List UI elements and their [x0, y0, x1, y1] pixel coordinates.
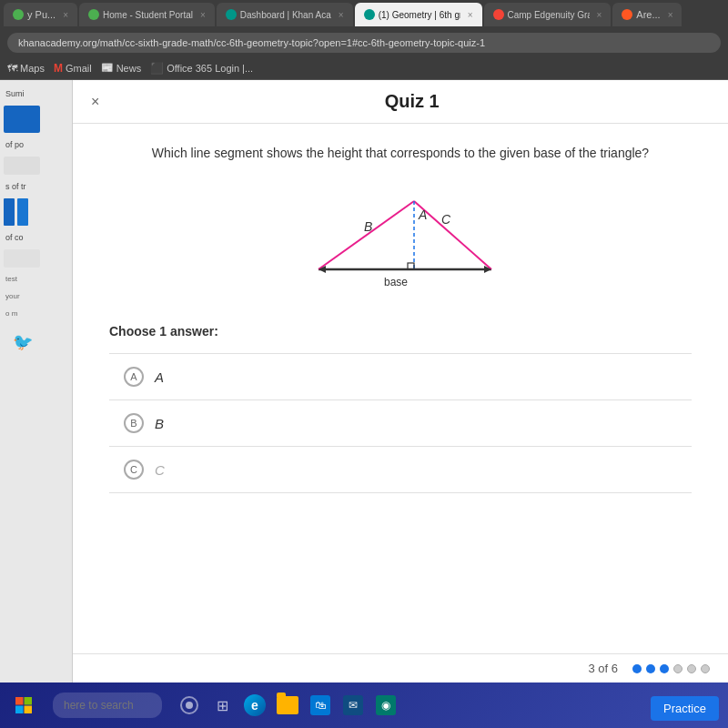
- svg-text:A: A: [418, 207, 427, 222]
- bookmark-office365[interactable]: ⬛ Office 365 Login |...: [150, 62, 253, 75]
- diagram-container: B A C base: [109, 178, 692, 297]
- progress-dot-3: [660, 664, 669, 673]
- tab-4[interactable]: (1) Geometry | 6th grad... ×: [355, 3, 482, 26]
- question-text: Which line segment shows the height that…: [109, 146, 692, 160]
- progress-dots: [632, 664, 710, 673]
- sidebar-blue-block-1: [4, 106, 40, 133]
- sidebar-block-2: [4, 249, 40, 268]
- choose-label: Choose 1 answer:: [109, 324, 692, 339]
- bookmark-maps[interactable]: 🗺 Maps: [7, 63, 45, 74]
- tab-icon-1: [13, 9, 24, 20]
- tab-1[interactable]: y Pu... ×: [4, 3, 77, 26]
- taskbar-app-icon[interactable]: ◉: [371, 691, 400, 720]
- tab-close-2[interactable]: ×: [200, 10, 206, 20]
- quiz-panel: × Quiz 1 Which line segment shows the he…: [73, 80, 728, 682]
- tab-2[interactable]: Home - Student Portal ×: [79, 3, 215, 26]
- tab-3[interactable]: Dashboard | Khan Acad... ×: [217, 3, 353, 26]
- quiz-header: × Quiz 1: [73, 80, 728, 124]
- practice-button[interactable]: Practice: [651, 696, 719, 721]
- choice-circle-c: C: [124, 460, 144, 480]
- taskbar-search-input[interactable]: [53, 693, 162, 718]
- url-input[interactable]: [7, 33, 721, 53]
- progress-dot-4: [673, 664, 682, 673]
- sidebar-text-6: your: [4, 290, 68, 302]
- tab-close-3[interactable]: ×: [339, 10, 344, 20]
- tab-close-6[interactable]: ×: [668, 10, 673, 20]
- news-icon: 📰: [101, 62, 114, 74]
- sidebar-text-2: of po: [4, 138, 68, 151]
- quiz-title: Quiz 1: [114, 91, 710, 112]
- svg-text:B: B: [364, 219, 372, 234]
- sidebar-color-blocks: [4, 198, 68, 226]
- svg-rect-12: [25, 697, 33, 705]
- quiz-footer: 3 of 6: [73, 653, 728, 682]
- office-icon: ⬛: [150, 62, 164, 75]
- tab-icon-5: [493, 9, 504, 20]
- tab-icon-3: [226, 9, 237, 20]
- svg-line-1: [318, 201, 414, 269]
- taskbar-cortana-icon[interactable]: [175, 691, 204, 720]
- answer-choice-a[interactable]: A A: [109, 353, 692, 399]
- progress-dot-6: [701, 664, 710, 673]
- tab-close-4[interactable]: ×: [468, 10, 473, 20]
- choice-circle-b: B: [124, 413, 144, 433]
- windows-logo-icon: [15, 696, 33, 714]
- tab-icon-2: [88, 9, 99, 20]
- taskbar-task-view-icon[interactable]: ⊞: [207, 691, 237, 720]
- bookmarks-bar: 🗺 Maps M Gmail 📰 News ⬛ Office 365 Login…: [0, 56, 728, 80]
- tab-close-1[interactable]: ×: [63, 10, 68, 20]
- taskbar: ⊞ e 🛍 ✉ ◉: [0, 682, 728, 728]
- tab-5[interactable]: Camp Edgenuity Grade... ×: [484, 3, 612, 26]
- svg-text:C: C: [441, 212, 451, 227]
- left-sidebar: Sumi of po s of tr of co test your o m 🐦: [0, 80, 73, 682]
- address-bar: [0, 29, 728, 56]
- sidebar-text-1: Sumi: [4, 87, 68, 100]
- svg-rect-14: [25, 706, 33, 714]
- choice-label-c: C: [155, 462, 165, 478]
- progress-text: 3 of 6: [588, 662, 618, 675]
- sidebar-divider: [4, 157, 40, 175]
- tab-bar: y Pu... × Home - Student Portal × Dashbo…: [0, 0, 728, 29]
- answer-choice-b[interactable]: B B: [109, 399, 692, 446]
- sidebar-text-4: of co: [4, 231, 68, 244]
- maps-icon: 🗺: [7, 63, 17, 74]
- triangle-diagram: B A C base: [273, 178, 528, 297]
- bookmark-gmail[interactable]: M Gmail: [54, 62, 92, 75]
- bookmark-news[interactable]: 📰 News: [101, 62, 142, 74]
- answer-choice-c[interactable]: C C: [109, 446, 692, 493]
- sidebar-text-5: test: [4, 273, 68, 285]
- progress-dot-2: [646, 664, 655, 673]
- taskbar-search-area[interactable]: [44, 691, 171, 720]
- tab-6[interactable]: Are... ×: [612, 3, 682, 26]
- sidebar-text-7: o m: [4, 308, 68, 319]
- svg-rect-13: [15, 706, 24, 714]
- choice-circle-a: A: [124, 367, 144, 387]
- tab-icon-6: [622, 9, 632, 20]
- progress-dot-5: [687, 664, 696, 673]
- svg-text:base: base: [384, 276, 408, 288]
- taskbar-store-icon[interactable]: 🛍: [306, 691, 335, 720]
- progress-dot-1: [632, 664, 642, 673]
- windows-start-button[interactable]: [7, 689, 40, 722]
- taskbar-mail-icon[interactable]: ✉: [339, 691, 368, 720]
- quiz-body: Which line segment shows the height that…: [73, 124, 728, 653]
- sidebar-text-3: s of tr: [4, 180, 68, 193]
- choice-label-b: B: [155, 416, 164, 431]
- content-area: Sumi of po s of tr of co test your o m 🐦…: [0, 80, 728, 682]
- taskbar-edge-icon[interactable]: e: [240, 691, 269, 720]
- gmail-icon: M: [54, 62, 63, 75]
- tab-close-5[interactable]: ×: [597, 10, 602, 20]
- answer-choices: A A B B C C: [109, 353, 692, 493]
- tab-icon-4: [364, 9, 375, 20]
- bird-decorative-icon: 🐦: [13, 332, 68, 352]
- close-button[interactable]: ×: [91, 94, 99, 110]
- choice-label-a: A: [155, 369, 164, 385]
- taskbar-folder-icon[interactable]: [273, 691, 302, 720]
- svg-rect-11: [15, 697, 24, 705]
- browser-chrome: y Pu... × Home - Student Portal × Dashbo…: [0, 0, 728, 80]
